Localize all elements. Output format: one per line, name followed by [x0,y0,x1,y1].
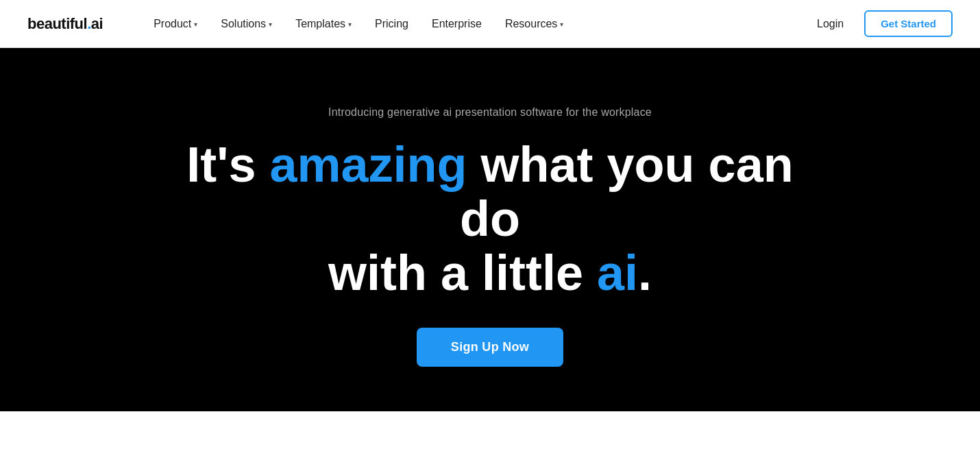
nav-item-solutions[interactable]: Solutions ▾ [211,12,282,36]
logo[interactable]: beautiful.ai [27,15,103,33]
bottom-section [27,411,953,473]
hero-section: Introducing generative ai presentation s… [0,48,980,411]
hero-title-highlight1: amazing [269,137,467,192]
nav-label-product: Product [154,18,191,30]
login-button[interactable]: Login [807,12,853,36]
nav-right: Login Get Started [807,10,953,37]
nav-label-enterprise: Enterprise [432,18,482,30]
logo-text: beautiful.ai [27,15,103,32]
hero-title-part3: with a little [328,245,597,300]
hero-title-highlight2: ai [597,245,638,300]
hero-title-part4: . [638,245,652,300]
chevron-down-icon: ▾ [194,21,197,28]
chevron-down-icon: ▾ [269,21,272,28]
nav-item-resources[interactable]: Resources ▾ [495,12,573,36]
get-started-button[interactable]: Get Started [864,10,953,37]
nav-item-enterprise[interactable]: Enterprise [422,12,491,36]
header: beautiful.ai Product ▾ Solutions ▾ Templ… [0,0,980,48]
hero-title-part1: It's [186,137,269,192]
nav-item-templates[interactable]: Templates ▾ [286,12,361,36]
nav-label-solutions: Solutions [221,18,266,30]
hero-title: It's amazing what you can do with a litt… [182,138,798,301]
nav-item-pricing[interactable]: Pricing [365,12,418,36]
chevron-down-icon: ▾ [560,21,563,28]
nav-label-resources: Resources [505,18,557,30]
main-nav: Product ▾ Solutions ▾ Templates ▾ Pricin… [144,12,573,36]
hero-subtitle: Introducing generative ai presentation s… [328,106,652,119]
chevron-down-icon: ▾ [348,21,352,28]
hero-title-part2: what you can do [460,137,794,246]
nav-item-product[interactable]: Product ▾ [144,12,207,36]
nav-label-templates: Templates [295,18,345,30]
signup-button[interactable]: Sign Up Now [417,328,563,367]
nav-label-pricing: Pricing [375,18,408,30]
